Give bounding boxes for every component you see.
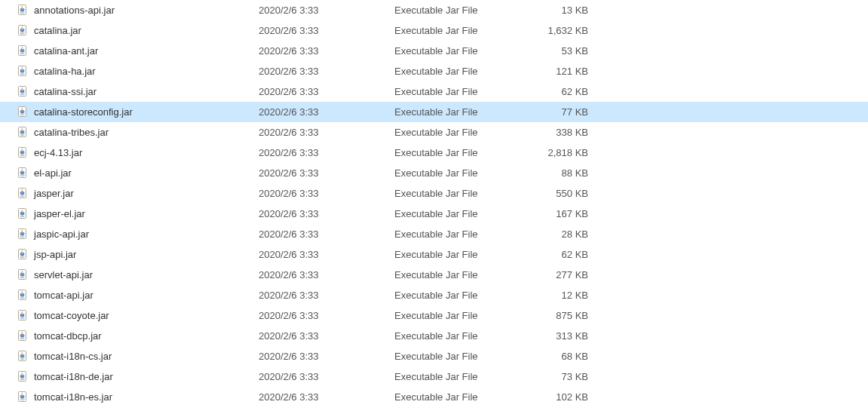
- file-name: jasper.jar: [34, 188, 74, 199]
- svg-point-11: [20, 110, 24, 112]
- file-row[interactable]: ecj-4.13.jar2020/2/6 3:33Executable Jar …: [0, 143, 868, 163]
- file-name-cell: catalina-tribes.jar: [17, 127, 259, 139]
- jar-file-icon: [17, 249, 29, 261]
- jar-file-icon: [17, 66, 29, 78]
- svg-point-19: [20, 192, 24, 193]
- file-name: catalina-storeconfig.jar: [34, 106, 133, 118]
- file-row[interactable]: servlet-api.jar2020/2/6 3:33Executable J…: [0, 265, 868, 285]
- svg-point-21: [20, 212, 24, 213]
- file-row[interactable]: catalina-ant.jar2020/2/6 3:33Executable …: [0, 41, 868, 61]
- file-row[interactable]: jasper-el.jar2020/2/6 3:33Executable Jar…: [0, 204, 868, 224]
- file-size: 875 KB: [519, 310, 588, 321]
- file-size: 62 KB: [519, 249, 588, 260]
- file-name: tomcat-i18n-es.jar: [34, 391, 112, 403]
- file-type: Executable Jar File: [394, 249, 519, 260]
- file-date: 2020/2/6 3:33: [259, 391, 394, 403]
- jar-file-icon: [17, 371, 29, 383]
- file-row[interactable]: tomcat-coyote.jar2020/2/6 3:33Executable…: [0, 305, 868, 326]
- file-size: 73 KB: [519, 371, 588, 382]
- file-size: 13 KB: [519, 5, 588, 16]
- file-name-cell: catalina-ha.jar: [17, 66, 259, 78]
- file-row[interactable]: catalina-ha.jar2020/2/6 3:33Executable J…: [0, 61, 868, 81]
- file-type: Executable Jar File: [394, 147, 519, 158]
- file-row[interactable]: jaspic-api.jar2020/2/6 3:33Executable Ja…: [0, 224, 868, 244]
- file-row[interactable]: tomcat-i18n-cs.jar2020/2/6 3:33Executabl…: [0, 346, 868, 366]
- file-date: 2020/2/6 3:33: [259, 351, 394, 362]
- file-size: 121 KB: [519, 66, 588, 77]
- file-row[interactable]: catalina-storeconfig.jar2020/2/6 3:33Exe…: [0, 102, 868, 122]
- file-date: 2020/2/6 3:33: [259, 330, 394, 342]
- file-date: 2020/2/6 3:33: [259, 5, 394, 16]
- file-type: Executable Jar File: [394, 269, 519, 281]
- jar-file-icon: [17, 127, 29, 139]
- file-row[interactable]: tomcat-i18n-es.jar2020/2/6 3:33Executabl…: [0, 387, 868, 407]
- file-row[interactable]: tomcat-api.jar2020/2/6 3:33Executable Ja…: [0, 285, 868, 305]
- svg-point-35: [20, 354, 24, 356]
- file-row[interactable]: catalina-tribes.jar2020/2/6 3:33Executab…: [0, 122, 868, 143]
- svg-point-15: [20, 151, 24, 152]
- file-row[interactable]: catalina-ssi.jar2020/2/6 3:33Executable …: [0, 81, 868, 102]
- file-name: tomcat-i18n-de.jar: [34, 371, 113, 382]
- svg-point-37: [20, 375, 24, 376]
- file-date: 2020/2/6 3:33: [259, 147, 394, 158]
- file-row[interactable]: jsp-api.jar2020/2/6 3:33Executable Jar F…: [0, 244, 868, 265]
- svg-point-33: [20, 334, 24, 336]
- file-name-cell: catalina-storeconfig.jar: [17, 106, 259, 118]
- file-name-cell: catalina-ssi.jar: [17, 86, 259, 98]
- file-name-cell: jasper.jar: [17, 188, 259, 200]
- file-name-cell: servlet-api.jar: [17, 269, 259, 281]
- file-size: 77 KB: [519, 106, 588, 118]
- file-name: tomcat-dbcp.jar: [34, 330, 102, 342]
- file-row[interactable]: catalina.jar2020/2/6 3:33Executable Jar …: [0, 20, 868, 41]
- file-type: Executable Jar File: [394, 45, 519, 57]
- file-row[interactable]: el-api.jar2020/2/6 3:33Executable Jar Fi…: [0, 163, 868, 183]
- file-name-cell: tomcat-api.jar: [17, 290, 259, 302]
- file-date: 2020/2/6 3:33: [259, 86, 394, 97]
- file-date: 2020/2/6 3:33: [259, 45, 394, 57]
- file-type: Executable Jar File: [394, 86, 519, 97]
- file-size: 277 KB: [519, 269, 588, 281]
- file-name: annotations-api.jar: [34, 5, 115, 16]
- file-date: 2020/2/6 3:33: [259, 290, 394, 301]
- svg-point-3: [20, 29, 24, 30]
- file-row[interactable]: jasper.jar2020/2/6 3:33Executable Jar Fi…: [0, 183, 868, 204]
- svg-point-7: [20, 69, 24, 71]
- file-size: 313 KB: [519, 330, 588, 342]
- jar-file-icon: [17, 208, 29, 220]
- file-row[interactable]: tomcat-i18n-de.jar2020/2/6 3:33Executabl…: [0, 366, 868, 387]
- jar-file-icon: [17, 5, 29, 17]
- file-name-cell: tomcat-coyote.jar: [17, 310, 259, 322]
- svg-point-27: [20, 273, 24, 274]
- file-type: Executable Jar File: [394, 290, 519, 301]
- file-list: annotations-api.jar2020/2/6 3:33Executab…: [0, 0, 868, 407]
- file-type: Executable Jar File: [394, 5, 519, 16]
- file-name: tomcat-coyote.jar: [34, 310, 109, 321]
- file-type: Executable Jar File: [394, 208, 519, 219]
- svg-point-31: [20, 314, 24, 315]
- file-date: 2020/2/6 3:33: [259, 310, 394, 321]
- file-date: 2020/2/6 3:33: [259, 208, 394, 219]
- file-name: servlet-api.jar: [34, 269, 93, 281]
- svg-point-1: [20, 8, 24, 10]
- file-type: Executable Jar File: [394, 188, 519, 199]
- file-name-cell: tomcat-dbcp.jar: [17, 330, 259, 342]
- file-name-cell: annotations-api.jar: [17, 5, 259, 17]
- file-date: 2020/2/6 3:33: [259, 106, 394, 118]
- svg-point-9: [20, 90, 24, 91]
- svg-point-13: [20, 130, 24, 132]
- jar-file-icon: [17, 391, 29, 403]
- jar-file-icon: [17, 106, 29, 118]
- file-date: 2020/2/6 3:33: [259, 167, 394, 179]
- file-type: Executable Jar File: [394, 351, 519, 362]
- jar-file-icon: [17, 167, 29, 179]
- file-size: 88 KB: [519, 167, 588, 179]
- file-row[interactable]: tomcat-dbcp.jar2020/2/6 3:33Executable J…: [0, 326, 868, 346]
- jar-file-icon: [17, 25, 29, 37]
- file-size: 53 KB: [519, 45, 588, 57]
- file-name-cell: catalina-ant.jar: [17, 45, 259, 57]
- file-size: 1,632 KB: [519, 25, 588, 36]
- file-type: Executable Jar File: [394, 66, 519, 77]
- file-type: Executable Jar File: [394, 25, 519, 36]
- file-row[interactable]: annotations-api.jar2020/2/6 3:33Executab…: [0, 0, 868, 20]
- file-name: catalina-ssi.jar: [34, 86, 97, 97]
